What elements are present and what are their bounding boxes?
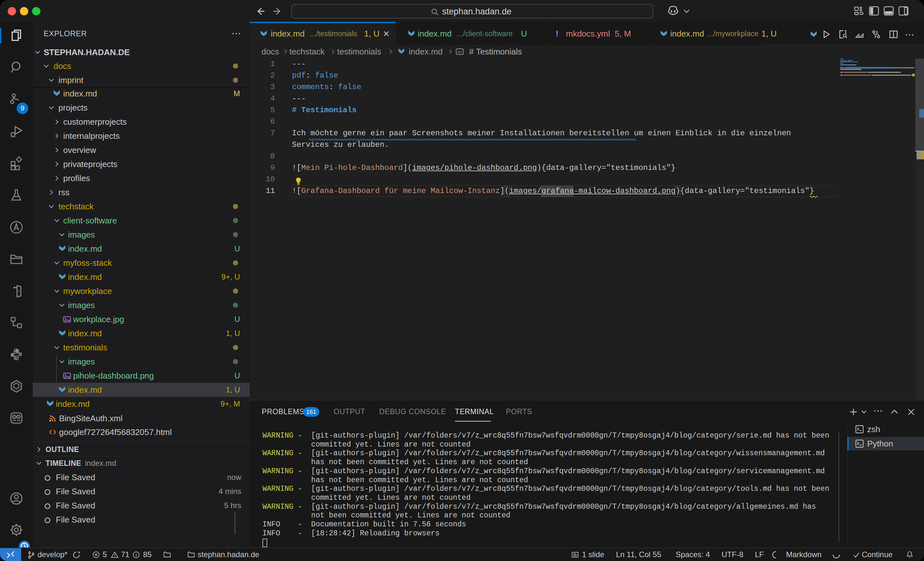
svg-text:abc: abc: [457, 50, 462, 54]
